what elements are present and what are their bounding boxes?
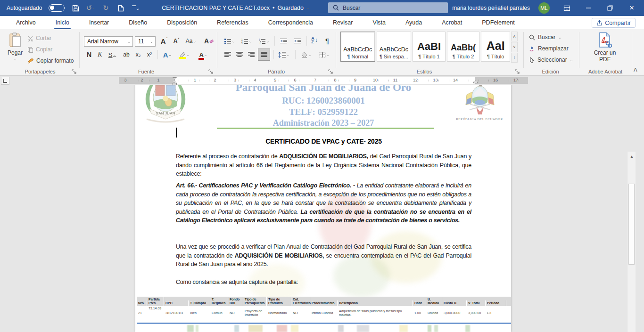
multilevel-list-button[interactable]: 1ai⌄ [256,36,272,46]
table-header-cell: T. Compra [189,300,210,306]
paragraph-dialog-launcher-icon[interactable] [328,69,333,74]
tab-disposición[interactable]: Disposición [157,16,207,29]
collapse-ribbon-icon[interactable]: ᐱ [634,67,637,73]
customize-qat-icon[interactable]: ▔⌄ [132,4,140,12]
tab-referencias[interactable]: Referencias [207,16,258,29]
align-left-button[interactable] [223,49,233,60]
tab-pdfelement[interactable]: PDFelement [472,16,524,29]
tab-diseño[interactable]: Diseño [119,16,157,29]
font-family-select[interactable]: Arial Narrow⌄ [84,36,133,47]
scroll-up-icon[interactable]: ▲ [628,153,636,161]
minimize-button[interactable] [584,3,593,13]
ruler-number: 5 [274,78,276,82]
new-document-icon[interactable] [116,4,125,12]
paint-bucket-icon [301,52,308,58]
style-chip-heading2[interactable]: AaBb( ¶ Título 2 [447,32,480,62]
borders-button[interactable]: ⌄ [316,49,333,60]
numbering-button[interactable]: 123⌄ [239,36,254,46]
font-size-select[interactable]: 11⌄ [135,36,156,47]
bullets-button[interactable]: ⌄ [223,36,237,46]
text-effects-button[interactable]: A⌄ [160,49,174,60]
multilevel-list-icon: 1ai [259,38,266,44]
sort-button[interactable]: AZ↓ [308,35,321,45]
tab-correspondencia[interactable]: Correspondencia [258,16,323,29]
share-button[interactable]: Compartir [592,18,636,28]
tab-acrobat[interactable]: Acrobat [432,16,472,29]
replace-button[interactable]: b Reemplazar [529,45,569,52]
paste-button[interactable]: Pegar ⌄ [5,32,25,66]
search-input[interactable]: Buscar [328,2,448,13]
document-title[interactable]: CERTIFICACION PAC Y CATE ACT.docx • Guar… [141,0,330,16]
tab-selector[interactable] [1,77,9,85]
style-chip-title[interactable]: AaI ¶ Título [481,32,510,62]
select-cursor-icon [529,57,535,63]
format-painter-button[interactable]: Copiar formato [27,57,74,64]
text-highlight-button[interactable]: ⌄ [176,49,192,60]
paragraph-4[interactable]: Como constancia se adjunta captura de pa… [176,278,471,287]
table-header-cell: CPC [164,300,189,306]
show-formatting-marks-button[interactable]: ¶ [322,35,332,46]
styles-dialog-launcher-icon[interactable] [515,69,520,74]
paragraph-3[interactable]: Una vez que se procedió a verificar el P… [176,243,471,269]
decrease-indent-button[interactable] [277,36,289,46]
autosave-toggle[interactable] [49,4,65,12]
ruler-number: 11 [393,78,397,82]
shrink-font-button[interactable]: Aˇ [171,36,182,46]
change-case-button[interactable]: Aa⌄ [184,36,198,46]
align-center-button[interactable] [234,49,245,60]
editing-group-label: Edición [523,69,578,74]
watermark-shape [196,325,198,332]
tab-vista[interactable]: Vista [363,16,396,29]
copy-button[interactable]: Copiar [27,46,52,53]
select-button[interactable]: Seleccionar⌄ [529,57,573,63]
document-page[interactable]: Parroquial San Juan de Juana de Oro RUC:… [135,76,511,332]
styles-scroll-up-icon[interactable]: ᐱ [511,32,518,41]
superscript-button[interactable]: x² [144,49,155,60]
shading-button[interactable]: ⌄ [298,49,314,60]
left-indent-marker[interactable] [173,83,177,85]
tab-archivo[interactable]: Archivo [6,16,46,29]
ribbon-display-options-icon[interactable] [562,3,571,13]
paragraph-2[interactable]: Art. 66.- Certificaciones PAC y Verifica… [176,181,471,225]
underline-button[interactable]: S⌄ [106,49,119,60]
restore-button[interactable] [605,3,615,13]
horizontal-ruler[interactable]: 32112345678910111213141617 [119,77,528,84]
increase-indent-button[interactable] [291,36,304,46]
font-color-button[interactable]: A⌄ [195,49,211,60]
scrollbar-thumb[interactable] [628,184,635,265]
italic-button[interactable]: K [95,49,105,60]
superscript-label: x² [147,51,152,58]
save-icon[interactable] [71,4,80,12]
strikethrough-button[interactable]: ab [121,49,132,60]
tab-ayuda[interactable]: Ayuda [396,16,432,29]
watermark-shape [399,325,408,332]
justify-button[interactable] [258,49,270,61]
tab-revisar[interactable]: Revisar [323,16,363,29]
align-right-button[interactable] [246,49,256,60]
line-spacing-button[interactable]: ⌄ [276,49,292,60]
style-chip-no-spacing[interactable]: AaBbCcDc ¶ Sin espa... [377,32,412,62]
avatar[interactable]: ML [538,2,550,14]
cut-button[interactable]: Cortar [27,35,51,41]
subscript-button[interactable]: x₂ [133,49,143,60]
vertical-scrollbar[interactable]: ▲ ▼ [627,152,636,332]
table-header-cell: V. Total [467,300,486,306]
table-header-cell: Fondo BID [228,297,243,306]
styles-scroll-down-icon[interactable]: ᐯ [511,42,518,52]
tab-insertar[interactable]: Insertar [79,16,119,29]
styles-gallery-expand-icon[interactable]: ᎒ [511,53,518,63]
bold-button[interactable]: N [84,49,94,60]
close-button[interactable]: × [627,3,636,13]
create-pdf-button[interactable]: Crear un PDF [584,32,626,67]
clipboard-icon [9,32,21,48]
clipboard-dialog-launcher-icon[interactable] [72,69,77,74]
paragraph-1[interactable]: Referente al proceso de contratación de … [176,152,471,178]
tab-inicio[interactable]: Inicio [46,16,79,29]
style-chip-normal[interactable]: AaBbCcDc ¶ Normal [340,32,375,62]
font-dialog-launcher-icon[interactable] [208,69,214,74]
find-button[interactable]: Buscar⌄ [529,34,561,40]
button-separator [295,50,296,59]
grow-font-button[interactable]: Aˆ [158,36,170,46]
style-chip-heading1[interactable]: AaBI ¶ Título 1 [413,32,446,62]
clear-formatting-button[interactable]: A [203,36,215,46]
